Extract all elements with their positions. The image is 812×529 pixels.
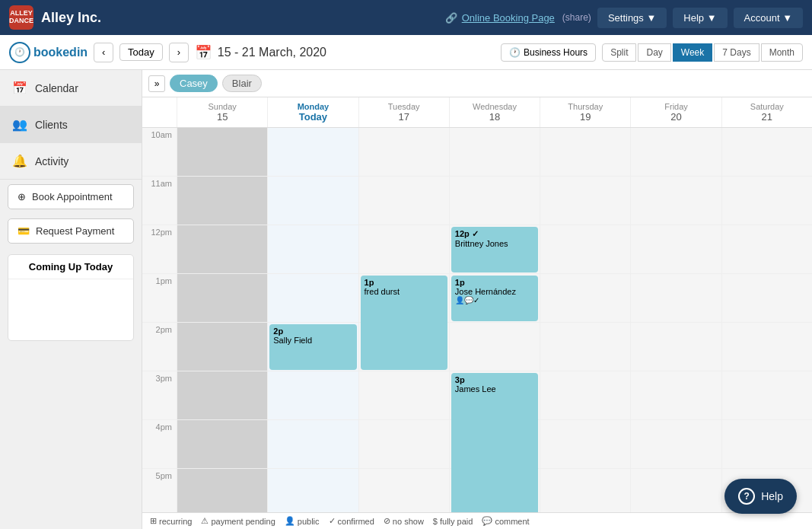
day-cell-1-6[interactable] (721, 177, 812, 225)
day-cell-5-5[interactable] (630, 371, 721, 420)
day-cell-1-0[interactable] (177, 177, 267, 225)
day-cell-7-0[interactable] (177, 469, 267, 512)
apt-icons: 👤💬✓ (455, 296, 534, 304)
day-cell-2-0[interactable] (177, 225, 267, 274)
help-fab[interactable]: ? Help (724, 479, 797, 514)
day-cell-5-2[interactable] (358, 371, 449, 420)
sidebar: 📅 Calendar 👥 Clients 🔔 Activity ⊕ Book A… (0, 70, 142, 529)
day-cell-0-1[interactable] (267, 128, 358, 177)
day-cell-2-5[interactable] (630, 225, 721, 274)
day-cell-3-0[interactable] (177, 274, 267, 323)
day-cell-7-2[interactable] (358, 469, 449, 512)
appointment-apt4[interactable]: 2pSally Field (269, 324, 356, 370)
day-cell-5-6[interactable] (721, 371, 812, 420)
appointment-apt3[interactable]: 1pfred durst (361, 276, 447, 370)
appointment-apt1[interactable]: 12p ✓Brittney Jones (451, 227, 538, 272)
legend: ⊞ recurring ⚠ payment pending 👤 public ✓… (142, 512, 812, 529)
day-cell-0-4[interactable] (540, 128, 630, 177)
comment-icon: 💬 (482, 516, 492, 526)
apt-client-name: Brittney Jones (455, 239, 534, 248)
day-cell-1-5[interactable] (630, 177, 721, 225)
day-cell-3-5[interactable] (630, 274, 721, 323)
appointment-apt5[interactable]: 3pJames Lee (451, 373, 538, 512)
business-hours-button[interactable]: 🕐 Business Hours (501, 43, 596, 62)
day-cell-0-6[interactable] (721, 128, 812, 177)
day-cell-1-1[interactable] (267, 177, 358, 225)
day-cell-5-3[interactable]: 3pJames Lee (449, 371, 540, 420)
calendar-picker-icon[interactable]: 📅 (195, 44, 212, 61)
day-cell-5-0[interactable] (177, 371, 267, 420)
day-cell-4-1[interactable]: 2pSally Field (267, 323, 358, 371)
day-cell-4-6[interactable] (721, 323, 812, 371)
day-cell-5-4[interactable] (540, 371, 630, 420)
prev-week-button[interactable]: ‹ (94, 43, 113, 62)
appointment-apt2[interactable]: 1pJose Hernández👤💬✓ (451, 276, 538, 321)
day-cell-7-5[interactable] (630, 469, 721, 512)
sidebar-activity-label: Activity (35, 155, 68, 167)
time-row-1pm: 1pm1pfred durst1pJose Hernández👤💬✓ (142, 274, 812, 323)
day-cell-4-0[interactable] (177, 323, 267, 371)
day-cell-4-5[interactable] (630, 323, 721, 371)
day-cell-6-2[interactable] (358, 420, 449, 469)
day-cell-2-1[interactable] (267, 225, 358, 274)
expand-staff-button[interactable]: » (148, 75, 165, 92)
staff-tab-blair[interactable]: Blair (222, 75, 262, 92)
day-cell-6-4[interactable] (540, 420, 630, 469)
time-label-11am: 11am (142, 177, 177, 225)
clients-icon: 👥 (12, 117, 27, 132)
day-cell-2-4[interactable] (540, 225, 630, 274)
day-cell-6-6[interactable] (721, 420, 812, 469)
day-cell-6-5[interactable] (630, 420, 721, 469)
sidebar-calendar-label: Calendar (35, 82, 78, 94)
day-cell-1-3[interactable] (449, 177, 540, 225)
day-cell-2-6[interactable] (721, 225, 812, 274)
day-header-monday: Monday Today (267, 97, 358, 127)
app-logo-icon: ALLEYDANCE (9, 5, 33, 30)
day-cell-6-0[interactable] (177, 420, 267, 469)
sidebar-item-activity[interactable]: 🔔 Activity (0, 143, 142, 180)
day-cell-3-3[interactable]: 1pJose Hernández👤💬✓ (449, 274, 540, 323)
day-cell-2-3[interactable]: 12p ✓Brittney Jones (449, 225, 540, 274)
account-button[interactable]: Account ▼ (734, 8, 803, 28)
sidebar-item-calendar[interactable]: 📅 Calendar (0, 70, 142, 107)
day-cell-5-1[interactable] (267, 371, 358, 420)
request-pay-icon: 💳 (18, 225, 30, 237)
day-cell-6-1[interactable] (267, 420, 358, 469)
week-view-button[interactable]: Week (673, 43, 712, 62)
split-view-button[interactable]: Split (602, 43, 636, 62)
calendar-area: » Casey Blair Sunday 15 Monday Today Tue… (142, 70, 812, 529)
day-cell-2-2[interactable] (358, 225, 449, 274)
day-cell-0-0[interactable] (177, 128, 267, 177)
time-label-1pm: 1pm (142, 274, 177, 323)
request-payment-button[interactable]: 💳 Request Payment (8, 218, 134, 244)
day-cell-0-3[interactable] (449, 128, 540, 177)
day-cell-7-1[interactable] (267, 469, 358, 512)
sidebar-item-clients[interactable]: 👥 Clients (0, 107, 142, 143)
book-appointment-button[interactable]: ⊕ Book Appointment (8, 184, 134, 209)
day-cell-1-4[interactable] (540, 177, 630, 225)
help-button[interactable]: Help ▼ (673, 8, 727, 28)
day-cell-3-1[interactable] (267, 274, 358, 323)
day-cell-3-4[interactable] (540, 274, 630, 323)
next-week-button[interactable]: › (169, 43, 189, 62)
apt-time-label: 1p (455, 278, 534, 287)
activity-icon: 🔔 (12, 154, 27, 168)
online-booking-link[interactable]: Online Booking Page (462, 12, 555, 24)
main-layout: 📅 Calendar 👥 Clients 🔔 Activity ⊕ Book A… (0, 70, 812, 529)
day-header-sunday: Sunday 15 (177, 97, 267, 127)
seven-days-view-button[interactable]: 7 Days (714, 43, 759, 62)
staff-tab-casey[interactable]: Casey (170, 75, 218, 92)
day-cell-4-4[interactable] (540, 323, 630, 371)
day-cell-4-3[interactable] (449, 323, 540, 371)
day-cell-3-2[interactable]: 1pfred durst (358, 274, 449, 323)
day-cell-1-2[interactable] (358, 177, 449, 225)
day-view-button[interactable]: Day (638, 43, 670, 62)
calendar-grid[interactable]: Sunday 15 Monday Today Tuesday 17 Wednes… (142, 97, 812, 512)
day-cell-7-4[interactable] (540, 469, 630, 512)
today-button[interactable]: Today (119, 43, 163, 61)
day-cell-3-6[interactable] (721, 274, 812, 323)
day-cell-0-5[interactable] (630, 128, 721, 177)
settings-button[interactable]: Settings ▼ (597, 8, 667, 28)
month-view-button[interactable]: Month (761, 43, 803, 62)
day-cell-0-2[interactable] (358, 128, 449, 177)
